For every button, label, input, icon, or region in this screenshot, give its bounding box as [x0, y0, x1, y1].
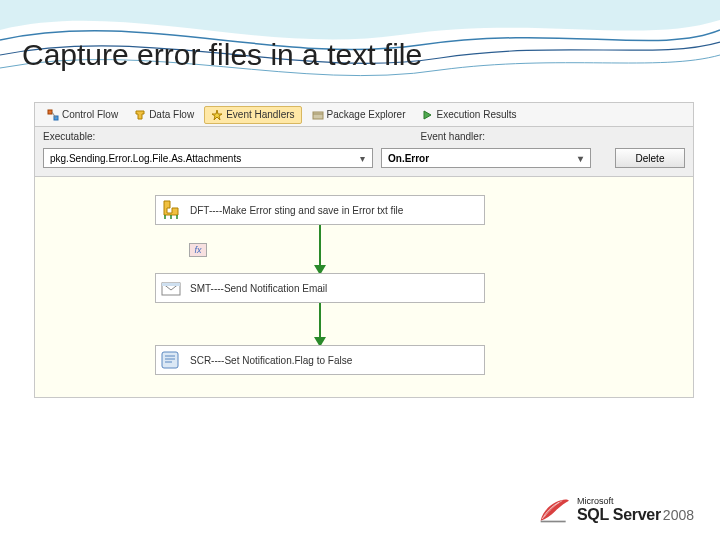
delete-button[interactable]: Delete: [615, 148, 685, 168]
task-scr[interactable]: SCR----Set Notification.Flag to False: [155, 345, 485, 375]
task-label: DFT----Make Error sting and save in Erro…: [190, 205, 403, 216]
package-explorer-icon: [312, 109, 324, 121]
event-handlers-icon: [211, 109, 223, 121]
data-flow-icon: [134, 109, 146, 121]
tab-label: Event Handlers: [226, 109, 294, 120]
svg-rect-4: [313, 112, 323, 119]
execution-results-icon: [421, 109, 433, 121]
sql-server-flag-icon: [537, 494, 571, 524]
event-handler-canvas[interactable]: DFT----Make Error sting and save in Erro…: [35, 177, 693, 397]
logo-year: 2008: [663, 507, 694, 523]
ssis-designer-panel: Control Flow Data Flow Event Handlers Pa…: [34, 102, 694, 398]
executable-dropdown[interactable]: pkg.Sending.Error.Log.File.As.Attachment…: [43, 148, 373, 168]
script-task-icon: [158, 347, 184, 373]
tab-package-explorer[interactable]: Package Explorer: [306, 107, 412, 123]
event-handler-label: Event handler:: [421, 131, 486, 142]
chevron-down-icon: ▾: [574, 153, 586, 164]
svg-rect-8: [162, 283, 180, 286]
event-handler-dropdown[interactable]: On.Error ▾: [381, 148, 591, 168]
task-smt[interactable]: SMT----Send Notification Email: [155, 273, 485, 303]
expression-badge[interactable]: fx: [189, 243, 207, 257]
tab-label: Execution Results: [436, 109, 516, 120]
svg-marker-3: [212, 110, 222, 120]
task-label: SCR----Set Notification.Flag to False: [190, 355, 352, 366]
logo-product: SQL Server: [577, 506, 661, 523]
handler-dropdowns-row: pkg.Sending.Error.Log.File.As.Attachment…: [35, 144, 693, 177]
task-dft[interactable]: DFT----Make Error sting and save in Erro…: [155, 195, 485, 225]
send-mail-task-icon: [158, 275, 184, 301]
page-title: Capture error files in a text file: [22, 38, 422, 72]
tab-event-handlers[interactable]: Event Handlers: [204, 106, 301, 124]
task-label: SMT----Send Notification Email: [190, 283, 327, 294]
sql-server-logo: Microsoft SQL Server2008: [537, 494, 694, 524]
handler-label-row: Executable: Event handler:: [35, 127, 693, 144]
tab-label: Data Flow: [149, 109, 194, 120]
designer-tabs: Control Flow Data Flow Event Handlers Pa…: [35, 103, 693, 127]
logo-company: Microsoft: [577, 496, 694, 506]
control-flow-icon: [47, 109, 59, 121]
event-handler-dropdown-value: On.Error: [388, 153, 429, 164]
executable-label: Executable:: [43, 131, 95, 142]
tab-label: Package Explorer: [327, 109, 406, 120]
executable-dropdown-value: pkg.Sending.Error.Log.File.As.Attachment…: [50, 153, 241, 164]
tab-control-flow[interactable]: Control Flow: [41, 107, 124, 123]
chevron-down-icon: ▾: [356, 153, 368, 164]
tab-data-flow[interactable]: Data Flow: [128, 107, 200, 123]
svg-rect-0: [48, 110, 52, 114]
tab-label: Control Flow: [62, 109, 118, 120]
svg-marker-6: [424, 111, 431, 119]
data-flow-task-icon: [158, 197, 184, 223]
svg-rect-12: [541, 521, 566, 523]
tab-execution-results[interactable]: Execution Results: [415, 107, 522, 123]
